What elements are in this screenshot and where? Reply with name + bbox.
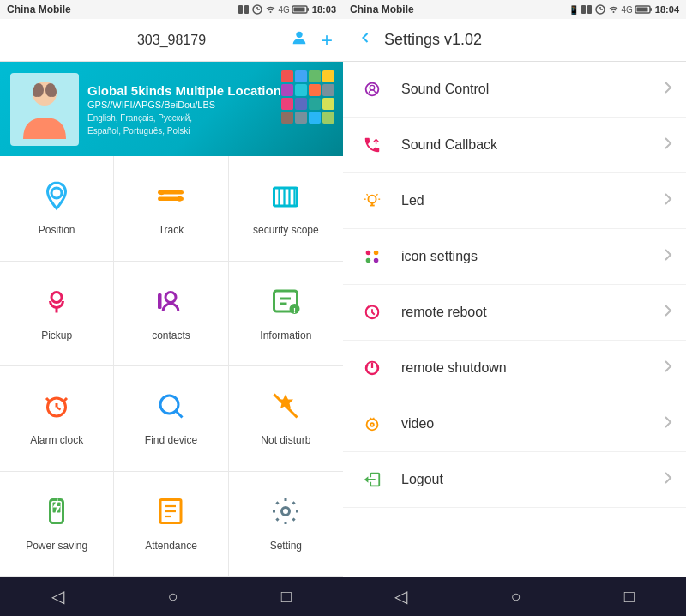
grid-item-contacts[interactable]: contacts — [114, 262, 228, 367]
svg-line-50 — [176, 411, 183, 418]
battery-icon-left — [292, 5, 310, 14]
svg-line-67 — [367, 194, 368, 195]
nav-home-left[interactable]: ○ — [150, 580, 195, 613]
svg-line-46 — [57, 408, 61, 410]
led-label: Led — [401, 193, 664, 208]
sound_callback-arrow — [664, 136, 672, 154]
settings-item-sound_callback[interactable]: Sound Callback — [343, 118, 686, 173]
banner: Global 5kinds Multiple Location GPS//WIF… — [0, 62, 343, 156]
bottom-nav: ◁ ○ □ ◁ ○ □ — [0, 577, 686, 616]
grid-item-find_device[interactable]: Find device — [114, 366, 228, 472]
grid-item-setting[interactable]: Setting — [229, 472, 343, 577]
logout-icon — [357, 464, 388, 495]
settings-item-icon_settings[interactable]: icon settings — [343, 229, 686, 285]
alarm_clock-icon — [41, 390, 72, 429]
svg-point-70 — [374, 251, 379, 256]
position-label: Position — [39, 224, 75, 236]
settings-item-remote_reboot[interactable]: remote reboot — [343, 285, 686, 341]
banner-cube-11 — [322, 98, 334, 110]
grid-item-information[interactable]: !Information — [229, 262, 343, 367]
svg-rect-6 — [307, 8, 309, 11]
track-label: Track — [159, 224, 184, 236]
settings-item-remote_shutdown[interactable]: remote shutdown — [343, 341, 686, 396]
svg-rect-38 — [158, 293, 162, 309]
power_saving-icon — [41, 496, 72, 534]
clock-icon-r — [595, 4, 605, 15]
contacts-label: contacts — [152, 329, 190, 341]
grid-item-alarm_clock[interactable]: Alarm clock — [0, 366, 114, 472]
nav-home-right[interactable]: ○ — [493, 580, 538, 613]
banner-cube-1 — [295, 70, 307, 82]
header-right: Settings v1.02 — [343, 19, 686, 62]
grid-item-pickup[interactable]: Pickup — [0, 262, 114, 367]
svg-rect-15 — [636, 8, 647, 12]
network-type-right: 4G — [622, 5, 633, 15]
bottom-nav-left: ◁ ○ □ — [0, 577, 343, 616]
svg-point-60 — [370, 85, 375, 90]
person-icon[interactable] — [290, 28, 309, 51]
wifi-icon — [265, 5, 276, 14]
bottom-nav-right: ◁ ○ □ — [343, 577, 686, 616]
nav-recent-left[interactable]: □ — [264, 580, 309, 613]
header-left: 303_98179 + — [0, 19, 343, 62]
settings-list: Sound ControlSound CallbackLedicon setti… — [343, 62, 686, 577]
svg-point-72 — [374, 258, 379, 263]
track-icon — [155, 180, 186, 219]
settings-item-video[interactable]: video — [343, 396, 686, 452]
settings-item-sound_control[interactable]: Sound Control — [343, 62, 686, 118]
svg-point-26 — [159, 190, 165, 196]
banner-cube-0 — [281, 70, 293, 82]
grid-item-position[interactable]: Position — [0, 156, 114, 262]
settings-item-logout[interactable]: Logout — [343, 452, 686, 508]
back-button[interactable] — [357, 29, 374, 51]
led-icon — [357, 185, 388, 216]
svg-point-21 — [33, 83, 44, 97]
status-icons-right: 4G 18:04 — [581, 4, 679, 15]
device-title: 303_98179 — [137, 33, 206, 48]
carrier-left: China Mobile — [7, 3, 238, 15]
information-label: Information — [260, 329, 311, 341]
logout-label: Logout — [401, 472, 664, 487]
svg-rect-14 — [650, 8, 652, 11]
banner-langs2: Español, Português, Polski — [87, 126, 333, 136]
icon_settings-arrow — [664, 248, 672, 266]
information-icon: ! — [270, 286, 301, 324]
nav-recent-right[interactable]: □ — [607, 580, 652, 613]
remote_reboot-label: remote reboot — [401, 305, 664, 320]
nav-back-left[interactable]: ◁ — [34, 579, 81, 613]
child-avatar — [15, 75, 75, 143]
banner-cube-7 — [322, 84, 334, 96]
svg-line-68 — [376, 194, 377, 195]
svg-point-49 — [160, 396, 178, 414]
settings-item-led[interactable]: Led — [343, 173, 686, 229]
logout-arrow — [664, 471, 672, 489]
security_scope-icon — [270, 180, 301, 219]
banner-cube-6 — [309, 84, 321, 96]
svg-point-22 — [45, 83, 56, 97]
sound_callback-icon — [357, 130, 388, 160]
plus-icon[interactable]: + — [321, 28, 333, 52]
svg-point-27 — [178, 196, 183, 202]
grid-item-attendance[interactable]: Attendance — [114, 472, 228, 577]
banner-image — [10, 73, 79, 146]
video-label: video — [401, 416, 664, 432]
banner-cubes — [281, 70, 334, 124]
remote_reboot-icon — [357, 297, 388, 328]
banner-cube-14 — [309, 112, 321, 124]
svg-rect-1 — [244, 5, 249, 14]
grid-item-not_disturb[interactable]: Not disturb — [229, 366, 343, 472]
banner-cube-13 — [295, 112, 307, 124]
battery-icon-right — [635, 5, 653, 14]
svg-point-62 — [368, 196, 376, 203]
security_scope-label: security scope — [253, 224, 319, 236]
power_saving-label: Power saving — [26, 540, 87, 552]
grid-item-security_scope[interactable]: security scope — [229, 156, 343, 262]
alarm_clock-label: Alarm clock — [30, 434, 83, 446]
nav-back-right[interactable]: ◁ — [377, 579, 424, 613]
grid-item-power_saving[interactable]: Power saving — [0, 472, 114, 577]
grid-item-track[interactable]: Track — [114, 156, 228, 262]
attendance-label: Attendance — [145, 540, 197, 552]
remote_shutdown-icon — [357, 353, 388, 383]
svg-line-48 — [63, 398, 68, 402]
sim-icon — [238, 5, 250, 14]
